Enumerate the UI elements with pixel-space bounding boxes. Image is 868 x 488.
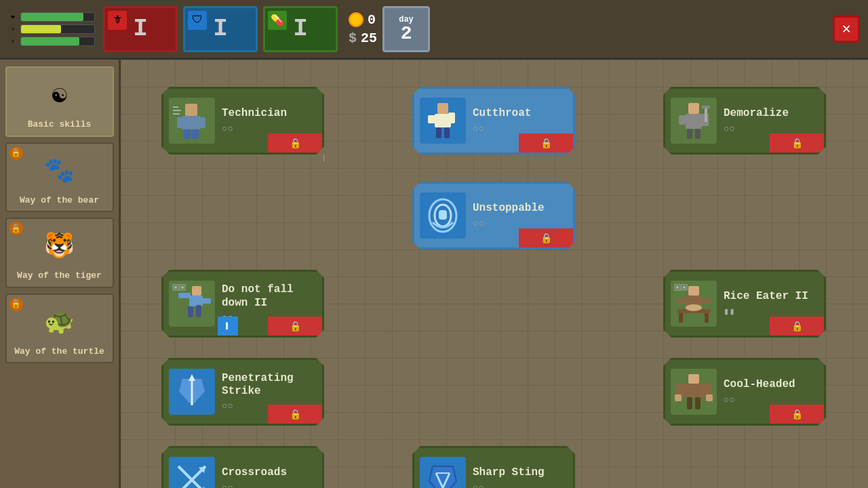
skill-penetrating-strike[interactable]: Penetrating Strike ○○ 🔒	[161, 358, 324, 426]
technician-footer: 🔒	[268, 134, 322, 152]
unstoppable-lock-icon: 🔒	[540, 232, 552, 244]
armor-icon: 🛡	[188, 11, 207, 30]
unstoppable-icon	[420, 192, 466, 239]
svg-rect-26	[679, 115, 686, 125]
energy-icon: ⚡	[8, 37, 18, 46]
cool-headed-art	[673, 371, 714, 412]
bear-lock-badge: 🔒	[9, 146, 23, 160]
do-not-fall-lock-icon: 🔒	[290, 321, 301, 332]
way-bear-label: Way of the bear	[20, 195, 99, 206]
stamina-icon: ⚡	[8, 24, 18, 34]
penetrating-strike-art	[172, 371, 212, 412]
svg-point-50	[686, 304, 702, 311]
weapon-icon: 🗡	[108, 11, 127, 30]
cutthroat-icon	[420, 98, 466, 144]
svg-rect-64	[706, 394, 713, 401]
svg-rect-54	[676, 286, 679, 289]
rice-eater-icon	[671, 281, 717, 327]
skill-cutthroat[interactable]: Cutthroat ○○ 🔒	[412, 87, 575, 155]
sharp-sting-art	[422, 460, 463, 488]
svg-rect-51	[677, 298, 686, 304]
armor-slot[interactable]: 🛡	[183, 6, 258, 52]
close-button[interactable]: ✕	[833, 16, 860, 43]
day-badge: day 2	[382, 6, 430, 52]
gold-amount: 0	[368, 12, 376, 28]
svg-rect-31	[695, 129, 701, 139]
skill-cool-headed[interactable]: Cool-Headed ○○ 🔒	[663, 358, 826, 426]
do-not-fall-progress: ▌	[218, 317, 238, 336]
svg-rect-63	[675, 394, 682, 401]
skill-demoralize[interactable]: Demoralize ○○ 🔒	[663, 87, 826, 155]
unstoppable-info: Unstoppable ○○	[473, 202, 568, 228]
demoralize-footer: 🔒	[770, 134, 824, 152]
svg-rect-48	[679, 313, 683, 323]
svg-rect-34	[439, 210, 447, 220]
sharp-sting-info: Sharp Sting ○○	[473, 466, 568, 488]
demoralize-art	[673, 100, 714, 141]
rice-eater-lock-icon: 🔒	[791, 321, 803, 332]
weapon-slot[interactable]: 🗡	[103, 6, 178, 52]
svg-rect-59	[688, 374, 699, 384]
skill-do-not-fall[interactable]: Do not fall down II ▮▮ ▌ 🔒	[161, 270, 324, 338]
day-number: 2	[401, 24, 412, 43]
rice-eater-info: Rice Eater II ▮▮	[724, 290, 818, 317]
header: ❤ ⚡ ⚡ 🗡 🛡 💊 0	[0, 0, 868, 60]
sharp-sting-name: Sharp Sting	[473, 466, 568, 479]
penetrating-strike-lock-icon: 🔒	[290, 409, 301, 420]
sidebar-item-way-tiger[interactable]: 🔒 🐯 Way of the tiger	[5, 218, 114, 288]
demoralize-lock-icon: 🔒	[791, 138, 803, 149]
silver-amount: 25	[361, 30, 377, 46]
skill-unstoppable[interactable]: Unstoppable ○○ 🔒	[412, 182, 575, 249]
rice-eater-dots: ▮▮	[724, 306, 818, 317]
crossroads-info: Crossroads ○○	[222, 466, 317, 488]
silver-row: $ 25	[349, 30, 377, 46]
svg-rect-38	[201, 298, 211, 304]
demoralize-icon	[671, 98, 717, 144]
skill-sharp-sting[interactable]: Sharp Sting ○○ 🔒	[412, 446, 575, 488]
sharp-sting-icon	[420, 457, 466, 488]
gold-row: 0	[349, 12, 377, 28]
way-turtle-label: Way of the turtle	[14, 346, 104, 357]
energy-bar-fill	[21, 37, 79, 45]
cutthroat-name: Cutthroat	[473, 107, 568, 120]
cool-headed-info: Cool-Headed ○○	[724, 378, 818, 405]
svg-rect-40	[196, 305, 201, 317]
way-bear-icon: 🐾	[38, 149, 81, 192]
sidebar-item-way-bear[interactable]: 🔒 🐾 Way of the bear	[5, 142, 114, 213]
skill-crossroads[interactable]: Crossroads ○○ 🔒	[161, 446, 324, 488]
cutthroat-dots: ○○	[473, 123, 568, 134]
svg-rect-29	[702, 106, 710, 108]
svg-rect-44	[181, 286, 184, 289]
skill-rice-eater-ii[interactable]: Rice Eater II ▮▮ 🔒	[663, 270, 826, 338]
item-slot[interactable]: 💊	[263, 6, 338, 52]
do-not-fall-art	[172, 283, 212, 324]
sharp-sting-dots: ○○	[473, 483, 568, 488]
health-bar-row: ❤	[8, 12, 95, 22]
basic-skills-label: Basic skills	[28, 119, 92, 130]
skills-area: Technician ○○ 🔒 Cutthr	[121, 60, 868, 488]
svg-rect-52	[701, 298, 711, 304]
svg-rect-14	[192, 129, 199, 139]
silver-symbol-icon: $	[349, 30, 357, 46]
cutthroat-lock-icon: 🔒	[540, 138, 552, 149]
crossroads-icon	[169, 457, 215, 488]
rice-eater-art	[673, 283, 714, 324]
penetrating-strike-footer: 🔒	[268, 405, 322, 424]
skill-technician[interactable]: Technician ○○ 🔒	[161, 87, 324, 155]
do-not-fall-icon	[169, 281, 215, 327]
svg-rect-12	[199, 117, 205, 128]
technician-info: Technician ○○	[222, 107, 317, 134]
cool-headed-lock-icon: 🔒	[791, 409, 803, 420]
rice-eater-footer: 🔒	[770, 317, 824, 336]
sidebar-item-basic-skills[interactable]: ☯ Basic skills	[5, 66, 114, 137]
close-icon: ✕	[842, 20, 850, 38]
crossroads-art	[172, 460, 212, 488]
svg-rect-24	[688, 103, 699, 114]
svg-rect-42	[174, 286, 177, 289]
unstoppable-name: Unstoppable	[473, 202, 568, 215]
svg-rect-21	[448, 113, 455, 123]
svg-rect-36	[189, 296, 203, 306]
stamina-bar-row: ⚡	[8, 24, 95, 34]
unstoppable-dots: ○○	[473, 218, 568, 229]
sidebar-item-way-turtle[interactable]: 🔒 🐢 Way of the turtle	[5, 293, 114, 364]
